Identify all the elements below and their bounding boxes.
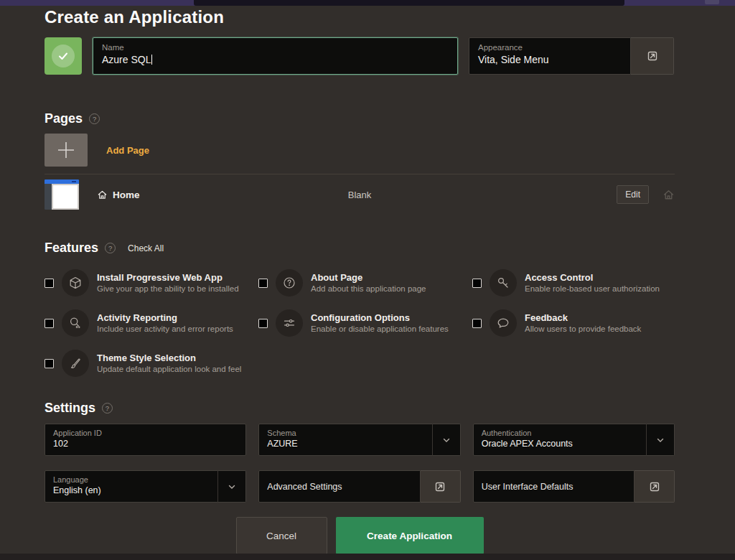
feature-checkbox[interactable] (472, 319, 482, 328)
home-icon (97, 190, 108, 200)
add-page-button[interactable] (45, 134, 88, 167)
schema-value: AZURE (267, 438, 423, 450)
feature-title: Configuration Options (311, 312, 449, 324)
feature-description: Allow users to provide feedback (525, 324, 641, 335)
feature-description: Give your app the ability to be installe… (97, 284, 239, 294)
feature-description: Enable role-based user authorization (525, 284, 660, 294)
schema-select[interactable]: Schema AZURE (258, 424, 460, 456)
feature-title: Access Control (525, 271, 660, 284)
feature-description: Enable or disable application features (311, 324, 449, 335)
activity-search-icon (62, 309, 89, 337)
feature-description: Include user activity and error reports (97, 324, 233, 335)
question-circle-icon (276, 269, 303, 297)
feature-checkbox[interactable] (258, 319, 268, 328)
appearance-display[interactable]: Appearance Vita, Side Menu (469, 37, 631, 75)
dialog-footer: Cancel Create Application (45, 517, 675, 554)
ui-defaults-label: User Interface Defaults (482, 481, 574, 493)
name-label: Name (102, 42, 449, 53)
page-name[interactable]: Home (113, 190, 140, 200)
language-dropdown-button[interactable] (217, 470, 246, 503)
chevron-down-icon (655, 435, 665, 445)
app-icon-tile[interactable] (45, 37, 82, 75)
open-dialog-icon (649, 481, 660, 493)
features-help-icon[interactable]: ? (105, 243, 116, 253)
name-input[interactable]: Name Azure SQL (93, 37, 458, 75)
authentication-select[interactable]: Authentication Oracle APEX Accounts (473, 424, 675, 456)
features-section-header: Features ? Check All (45, 241, 675, 256)
language-select[interactable]: Language English (en) (45, 470, 246, 503)
check-circle-icon (52, 45, 75, 67)
appearance-label: Appearance (478, 42, 622, 53)
plus-icon (55, 139, 77, 161)
add-page-row: Add Page (45, 134, 675, 167)
topbar-search-remnant (194, 0, 624, 6)
application-id-field[interactable]: Application ID 102 (45, 424, 246, 456)
feature-feedback: Feedback Allow users to provide feedback (472, 303, 675, 343)
open-dialog-icon (434, 481, 446, 493)
application-id-value: 102 (53, 438, 238, 450)
application-id-label: Application ID (53, 428, 238, 438)
language-value: English (en) (53, 485, 210, 497)
sliders-icon (276, 309, 303, 337)
pages-help-icon[interactable]: ? (89, 113, 100, 124)
features-grid: Install Progressive Web App Give your ap… (45, 263, 675, 383)
page-thumbnail (45, 179, 79, 210)
add-page-label[interactable]: Add Page (106, 145, 149, 156)
page-title: Create an Application (45, 6, 675, 29)
cancel-button[interactable]: Cancel (236, 517, 327, 554)
feature-about-page: About Page Add about this application pa… (258, 263, 461, 303)
check-all-link[interactable]: Check All (128, 243, 164, 253)
feature-checkbox[interactable] (472, 279, 482, 288)
advanced-settings-open-button[interactable] (421, 470, 461, 503)
ui-defaults-field[interactable]: User Interface Defaults (473, 470, 675, 503)
feature-access-control: Access Control Enable role-based user au… (472, 263, 675, 303)
edit-page-button[interactable]: Edit (617, 185, 649, 204)
pages-section-header: Pages ? (45, 111, 675, 126)
feature-checkbox[interactable] (258, 279, 268, 288)
appearance-field: Appearance Vita, Side Menu (469, 37, 674, 75)
create-application-dialog: Create an Application Name Azure SQL App… (0, 0, 735, 560)
features-heading: Features (45, 241, 98, 256)
ui-defaults-open-button[interactable] (635, 470, 675, 503)
key-icon (490, 269, 517, 297)
package-icon (62, 269, 89, 297)
schema-label: Schema (267, 428, 423, 438)
apex-topbar (0, 0, 735, 6)
feature-install-pwa: Install Progressive Web App Give your ap… (45, 263, 247, 303)
feature-checkbox[interactable] (45, 319, 54, 328)
name-value: Azure SQL (102, 54, 151, 65)
topbar-avatar-remnant (705, 0, 719, 4)
feature-checkbox[interactable] (45, 279, 54, 288)
settings-section-header: Settings ? (45, 401, 675, 416)
chevron-down-icon (441, 435, 451, 445)
pages-heading: Pages (45, 111, 83, 126)
settings-heading: Settings (45, 401, 95, 416)
feature-activity-reporting: Activity Reporting Include user activity… (45, 303, 247, 343)
page-row-home: Home Blank Edit (45, 174, 675, 215)
advanced-settings-field[interactable]: Advanced Settings (258, 470, 460, 503)
feature-title: Install Progressive Web App (97, 271, 239, 284)
chevron-down-icon (227, 482, 237, 492)
settings-grid: Application ID 102 Schema AZURE Authenti… (45, 424, 675, 503)
feature-checkbox[interactable] (45, 359, 54, 368)
appearance-open-button[interactable] (631, 37, 674, 75)
appearance-value: Vita, Side Menu (478, 53, 622, 67)
authentication-dropdown-button[interactable] (646, 424, 675, 456)
feature-description: Add about this application page (311, 284, 426, 294)
feature-title: Activity Reporting (97, 312, 233, 324)
language-label: Language (53, 475, 210, 485)
feature-title: Theme Style Selection (97, 352, 241, 364)
create-application-button[interactable]: Create Application (336, 517, 484, 554)
text-caret (151, 55, 152, 65)
feature-title: About Page (311, 271, 426, 284)
page-type: Blank (255, 190, 465, 200)
schema-dropdown-button[interactable] (432, 424, 461, 456)
advanced-settings-label: Advanced Settings (267, 481, 342, 493)
background-page-edge (0, 554, 735, 560)
feature-configuration-options: Configuration Options Enable or disable … (258, 303, 461, 343)
brush-icon (62, 350, 89, 377)
feature-description: Update default application look and feel (97, 364, 241, 375)
open-dialog-icon (647, 50, 658, 62)
settings-help-icon[interactable]: ? (102, 403, 113, 414)
home-page-indicator-icon (663, 189, 675, 201)
